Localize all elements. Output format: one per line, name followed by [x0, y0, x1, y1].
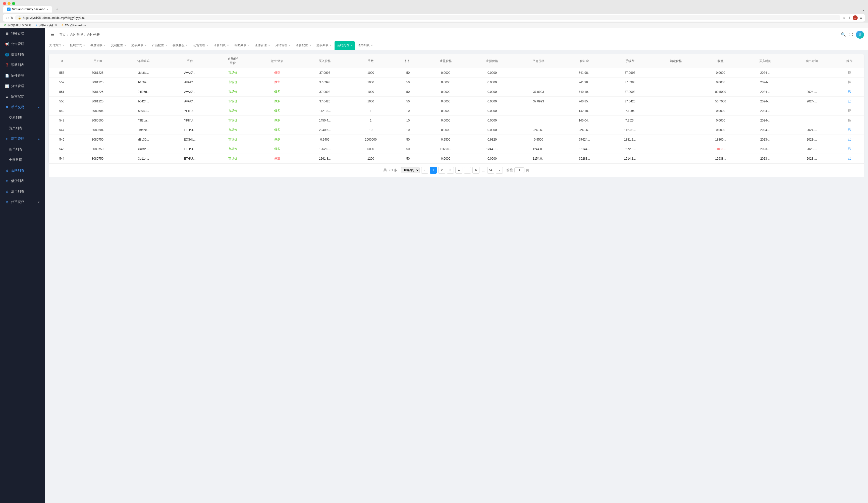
refresh-button[interactable]: ↻: [10, 16, 13, 20]
cell-action[interactable]: 已: [835, 87, 864, 97]
back-button[interactable]: ‹: [6, 16, 7, 20]
page-1-button[interactable]: 1: [430, 167, 437, 174]
bookmark-button[interactable]: ☆: [843, 16, 846, 20]
page-54-button[interactable]: 54: [487, 167, 494, 174]
tab-close-help[interactable]: ×: [248, 44, 249, 47]
tab-close-service[interactable]: ×: [186, 44, 188, 47]
next-page-button[interactable]: ›: [496, 167, 503, 174]
tab-favicon: V: [7, 8, 11, 11]
bookmark-2[interactable]: ✦ 认准->天美社区: [35, 23, 58, 27]
sidebar-item-announcement[interactable]: 📢 公告管理: [0, 39, 45, 49]
cell-action[interactable]: 已: [835, 97, 864, 106]
browser-tab[interactable]: V Virtual currency backend ×: [3, 6, 52, 12]
tab-language-list[interactable]: 语言列表 ×: [211, 41, 231, 50]
page-6-button[interactable]: 6: [473, 167, 479, 174]
tab-close-dist[interactable]: ×: [289, 44, 290, 47]
sidebar-item-new-coin-list[interactable]: 新币列表: [0, 144, 45, 155]
tab-close-withdrawal[interactable]: ×: [83, 44, 85, 47]
bookmark-3[interactable]: ✈ TG: @tianmeibss: [62, 23, 86, 27]
tab-help-list[interactable]: 帮助列表 ×: [232, 41, 252, 50]
sidebar-item-distribution[interactable]: 📊 分销管理: [0, 81, 45, 91]
tab-online-service[interactable]: 在线客服 ×: [170, 41, 190, 50]
tab-close-trade-config[interactable]: ×: [125, 44, 126, 47]
browser-menu-button[interactable]: ≡: [860, 15, 862, 20]
cell-action[interactable]: 已: [835, 135, 864, 144]
tab-close-lang-config[interactable]: ×: [309, 44, 311, 47]
sidebar-item-carousel[interactable]: ▦ 轮播管理: [0, 28, 45, 39]
url-bar[interactable]: https://jys108-admin.timibbs.vip/#/hyjy/…: [23, 16, 84, 20]
sidebar-item-fiat-list[interactable]: ⊕ 法币列表: [0, 186, 45, 197]
tab-distribution[interactable]: 分销管理 ×: [273, 41, 293, 50]
breadcrumb-contract-mgmt[interactable]: 合约管理: [70, 32, 83, 37]
sidebar-item-lang-config[interactable]: ⚙ 语言配置: [0, 91, 45, 102]
sidebar-item-contract-list[interactable]: ⊕ 合约列表: [0, 165, 45, 176]
tab-close-product[interactable]: ×: [166, 44, 167, 47]
sidebar-item-loan-list[interactable]: ⊕ 借贷列表: [0, 176, 45, 186]
tab-withdrawal-method[interactable]: 提现方式 ×: [67, 41, 87, 50]
sidebar-item-token-auth[interactable]: ⊕ 代币授权 ∨: [0, 197, 45, 207]
cell-action[interactable]: 已: [835, 125, 864, 135]
tab-announcement[interactable]: 公告管理 ×: [190, 41, 211, 50]
window-control[interactable]: ⌄: [862, 7, 865, 12]
sidebar-item-cert-management[interactable]: 📄 证件管理: [0, 70, 45, 81]
cell-action[interactable]: 拒: [835, 116, 864, 125]
sidebar-item-help-list[interactable]: ❓ 帮助列表: [0, 60, 45, 70]
breadcrumb-home[interactable]: 首页: [59, 32, 66, 37]
tab-close-icon[interactable]: ×: [47, 8, 48, 11]
minimize-button[interactable]: [8, 2, 11, 5]
tab-close-payment[interactable]: ×: [63, 44, 64, 47]
cell-action[interactable]: 拒: [835, 106, 864, 116]
sidebar-item-asset-list[interactable]: 资产列表: [0, 123, 45, 134]
sidebar-item-subscription[interactable]: 申购数据: [0, 155, 45, 165]
page-size-select[interactable]: 10条/页 20条/页 50条/页: [401, 167, 420, 173]
tab-quota-convert[interactable]: 额度转换 ×: [88, 41, 108, 50]
cell-action[interactable]: 已: [835, 154, 864, 164]
sidebar-item-new-coin[interactable]: ⊕ 新币管理 ∧: [0, 134, 45, 144]
cell-direction: 做多: [253, 144, 301, 154]
tab-trade-list-2[interactable]: 交易列表 ×: [314, 41, 334, 50]
page-5-button[interactable]: 5: [464, 167, 471, 174]
share-button[interactable]: ⬆: [848, 16, 851, 20]
tab-close-trade-list[interactable]: ×: [145, 44, 146, 47]
tab-close-fiat[interactable]: ×: [371, 44, 373, 47]
bookmark-1[interactable]: ⚙ 程序搭建/开发/修复: [4, 23, 31, 27]
fullscreen-button[interactable]: ⛶: [849, 32, 853, 37]
cell-hands: 1000: [348, 87, 394, 97]
prev-page-button[interactable]: ‹: [421, 167, 428, 174]
tab-product-config[interactable]: 产品配置 ×: [149, 41, 169, 50]
sidebar-item-coin-trade[interactable]: ¥ 币币交易 ∧: [0, 102, 45, 113]
tab-contract-list[interactable]: 合约列表 ×: [334, 41, 355, 50]
browser-extension-icon[interactable]: 🛡: [853, 15, 858, 20]
tab-close-contract[interactable]: ×: [351, 44, 352, 47]
cell-hands: 1000: [348, 68, 394, 77]
sidebar-item-trade-list[interactable]: 交易列表: [0, 113, 45, 123]
page-3-button[interactable]: 3: [447, 167, 454, 174]
tab-close-trade-2[interactable]: ×: [330, 44, 331, 47]
maximize-button[interactable]: [12, 2, 15, 5]
tab-close-quota[interactable]: ×: [104, 44, 105, 47]
tab-trade-list[interactable]: 交易列表 ×: [129, 41, 149, 50]
cell-direction: 做多: [253, 106, 301, 116]
sidebar-item-language-list[interactable]: 🌐 语言列表: [0, 49, 45, 60]
cell-action[interactable]: 拒: [835, 77, 864, 87]
tab-payment-method[interactable]: 支付方式 ×: [47, 41, 67, 50]
tab-close-lang-list[interactable]: ×: [227, 44, 229, 47]
cell-action[interactable]: 拒: [835, 68, 864, 77]
forward-button[interactable]: ›: [8, 16, 10, 20]
page-jump-input[interactable]: [514, 167, 524, 173]
tab-trade-config[interactable]: 交易配置 ×: [108, 41, 128, 50]
search-button[interactable]: 🔍: [841, 32, 846, 37]
user-avatar[interactable]: U: [856, 31, 864, 39]
tab-lang-config[interactable]: 语言配置 ×: [293, 41, 313, 50]
tab-close-announcement[interactable]: ×: [207, 44, 208, 47]
cell-profit: 89.5000: [699, 87, 742, 97]
cell-action[interactable]: 已: [835, 144, 864, 154]
tab-fiat-list[interactable]: 法币列表 ×: [355, 41, 375, 50]
menu-toggle-icon[interactable]: ☰: [49, 30, 56, 39]
new-tab-button[interactable]: +: [54, 7, 61, 12]
close-button[interactable]: [3, 2, 6, 5]
page-2-button[interactable]: 2: [438, 167, 445, 174]
page-4-button[interactable]: 4: [455, 167, 462, 174]
tab-cert-management[interactable]: 证件管理 ×: [252, 41, 272, 50]
tab-close-cert[interactable]: ×: [268, 44, 270, 47]
